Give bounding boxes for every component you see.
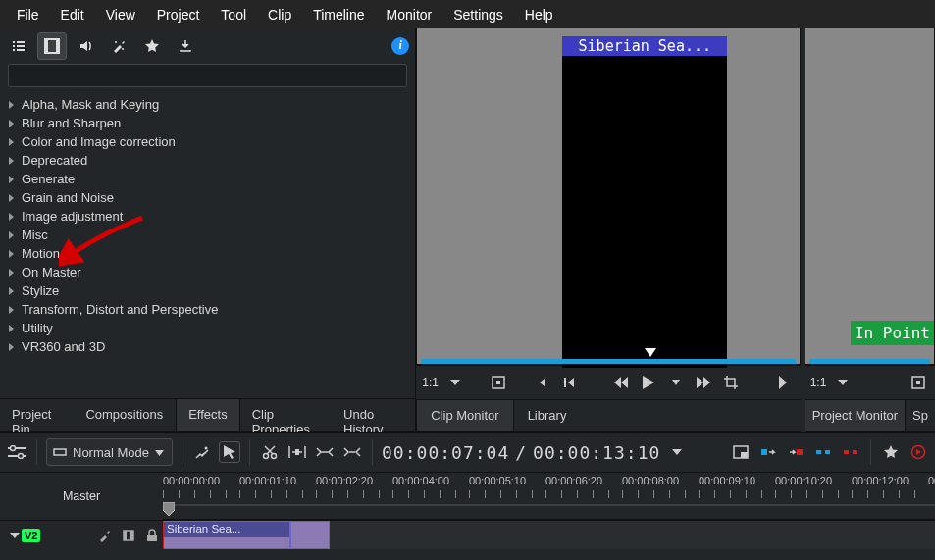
insert-icon[interactable] bbox=[314, 441, 336, 463]
effects-search-input[interactable] bbox=[8, 64, 407, 87]
track-header[interactable]: V2 bbox=[0, 521, 163, 549]
effects-category[interactable]: Deprecated bbox=[8, 151, 407, 170]
effects-category[interactable]: Image adjustment bbox=[8, 207, 407, 226]
effects-category[interactable]: Stylize bbox=[8, 281, 407, 300]
menubar: File Edit View Project Tool Clip Timelin… bbox=[0, 0, 935, 28]
tool-select-icon[interactable] bbox=[219, 441, 240, 463]
timecode-display[interactable]: 00:00:07:04 / 00:00:13:10 bbox=[382, 442, 660, 463]
tab-project-bin[interactable]: Project Bin bbox=[0, 399, 74, 431]
effects-icon[interactable] bbox=[104, 32, 133, 60]
project-monitor-viewport[interactable]: In Point bbox=[805, 28, 935, 365]
effects-category[interactable]: On Master bbox=[8, 263, 407, 281]
menu-tool[interactable]: Tool bbox=[210, 2, 257, 27]
tab-compositions[interactable]: Compositions bbox=[74, 399, 176, 431]
timeline-ruler[interactable]: 00:00:00:00 00:00:01:10 00:00:02:20 00:0… bbox=[163, 473, 935, 520]
zoom-dropdown-icon[interactable] bbox=[444, 372, 466, 393]
effects-category[interactable]: Grain and Noise bbox=[8, 188, 407, 207]
info-icon[interactable]: i bbox=[391, 37, 409, 55]
svg-rect-27 bbox=[130, 531, 133, 540]
svg-rect-19 bbox=[797, 449, 803, 455]
tab-project-monitor[interactable]: Project Monitor bbox=[805, 400, 906, 431]
master-track-label[interactable]: Master bbox=[0, 473, 163, 520]
track-mute-icon[interactable] bbox=[118, 525, 139, 546]
list-view-icon[interactable] bbox=[4, 32, 33, 60]
effects-tree[interactable]: Alpha, Mask and Keying Blur and Sharpen … bbox=[0, 91, 415, 398]
tab-speed[interactable]: Sp bbox=[906, 400, 935, 431]
render-icon[interactable] bbox=[908, 441, 929, 463]
track-body[interactable]: Siberian Sea... bbox=[163, 521, 935, 549]
timecode-dropdown-icon[interactable] bbox=[666, 441, 688, 463]
effects-category-label: Transform, Distort and Perspective bbox=[22, 302, 218, 317]
timeline-clip[interactable]: Siberian Sea... bbox=[163, 521, 290, 549]
tool-compositions-icon[interactable] bbox=[191, 441, 213, 463]
next-icon[interactable] bbox=[773, 372, 795, 393]
menu-edit[interactable]: Edit bbox=[50, 2, 95, 27]
effects-category[interactable]: Transform, Distort and Perspective bbox=[8, 300, 407, 319]
lift-icon[interactable] bbox=[812, 441, 834, 463]
effects-category[interactable]: Blur and Sharpen bbox=[8, 114, 407, 132]
menu-monitor[interactable]: Monitor bbox=[376, 2, 443, 27]
effects-category[interactable]: Utility bbox=[8, 319, 407, 337]
favorite-effects-icon[interactable] bbox=[880, 441, 902, 463]
menu-help[interactable]: Help bbox=[514, 2, 564, 27]
clip-monitor-viewport[interactable]: Siberian Sea... bbox=[416, 28, 800, 365]
track-effects-icon[interactable] bbox=[94, 525, 116, 546]
download-icon[interactable] bbox=[171, 32, 200, 60]
proxy-icon[interactable] bbox=[730, 441, 752, 463]
track-lock-icon[interactable] bbox=[141, 525, 163, 546]
menu-settings[interactable]: Settings bbox=[442, 2, 514, 27]
effects-category[interactable]: Color and Image correction bbox=[8, 132, 407, 151]
project-range-bar[interactable] bbox=[809, 359, 930, 364]
zoom-dropdown-icon[interactable] bbox=[832, 372, 854, 393]
cut-icon[interactable] bbox=[259, 441, 281, 463]
forward-icon[interactable] bbox=[693, 372, 714, 393]
tab-clip-properties[interactable]: Clip Properties bbox=[240, 399, 332, 431]
film-view-icon[interactable] bbox=[37, 32, 67, 60]
ruler-tick: 00:00:01:10 bbox=[239, 475, 296, 486]
tab-clip-monitor[interactable]: Clip Monitor bbox=[416, 400, 513, 431]
effects-category[interactable]: VR360 and 3D bbox=[8, 337, 407, 356]
extract-icon[interactable] bbox=[840, 441, 861, 463]
timecode-separator: / bbox=[515, 442, 527, 463]
tab-undo-history[interactable]: Undo History bbox=[332, 399, 415, 431]
ruler-tick: 00:00:06:20 bbox=[545, 475, 602, 486]
audio-icon[interactable] bbox=[71, 32, 100, 60]
menu-project[interactable]: Project bbox=[146, 2, 211, 27]
effects-category[interactable]: Misc bbox=[8, 226, 407, 244]
tab-effects[interactable]: Effects bbox=[176, 399, 240, 431]
play-dropdown-icon[interactable] bbox=[665, 372, 687, 393]
play-icon[interactable] bbox=[638, 372, 659, 393]
edit-mode-combo[interactable]: Normal Mode bbox=[46, 438, 173, 466]
chevron-down-icon[interactable] bbox=[10, 531, 20, 540]
menu-file[interactable]: File bbox=[6, 2, 50, 27]
menu-view[interactable]: View bbox=[95, 2, 146, 27]
effects-category[interactable]: Motion bbox=[8, 244, 407, 263]
set-in-icon[interactable] bbox=[908, 372, 929, 393]
timeline-clip[interactable] bbox=[290, 521, 330, 549]
timeline-settings-icon[interactable] bbox=[6, 441, 27, 463]
favorite-icon[interactable] bbox=[137, 32, 167, 60]
clip-range-bar[interactable] bbox=[421, 359, 795, 364]
skip-in-icon[interactable] bbox=[531, 372, 552, 393]
effects-panel: i Alpha, Mask and Keying Blur and Sharpe… bbox=[0, 28, 416, 432]
playhead-line[interactable] bbox=[163, 521, 164, 549]
tab-library[interactable]: Library bbox=[514, 400, 581, 431]
zone-out-icon[interactable] bbox=[785, 441, 806, 463]
spacer-icon[interactable] bbox=[286, 441, 308, 463]
zone-in-icon[interactable] bbox=[757, 441, 779, 463]
effects-category[interactable]: Alpha, Mask and Keying bbox=[8, 95, 407, 114]
chevron-right-icon bbox=[8, 101, 18, 109]
effects-category[interactable]: Generate bbox=[8, 170, 407, 188]
effects-category-label: On Master bbox=[22, 265, 81, 280]
playhead-icon[interactable] bbox=[163, 502, 175, 520]
crop-icon[interactable] bbox=[720, 372, 742, 393]
playhead-marker-icon[interactable] bbox=[645, 348, 656, 358]
menu-clip[interactable]: Clip bbox=[257, 2, 302, 27]
overwrite-icon[interactable] bbox=[341, 441, 363, 463]
set-in-icon[interactable] bbox=[488, 372, 509, 393]
menu-timeline[interactable]: Timeline bbox=[302, 2, 375, 27]
clip-title-overlay: Siberian Sea... bbox=[562, 36, 727, 56]
step-back-icon[interactable] bbox=[558, 372, 580, 393]
rewind-icon[interactable] bbox=[610, 372, 632, 393]
svg-point-12 bbox=[205, 447, 208, 450]
